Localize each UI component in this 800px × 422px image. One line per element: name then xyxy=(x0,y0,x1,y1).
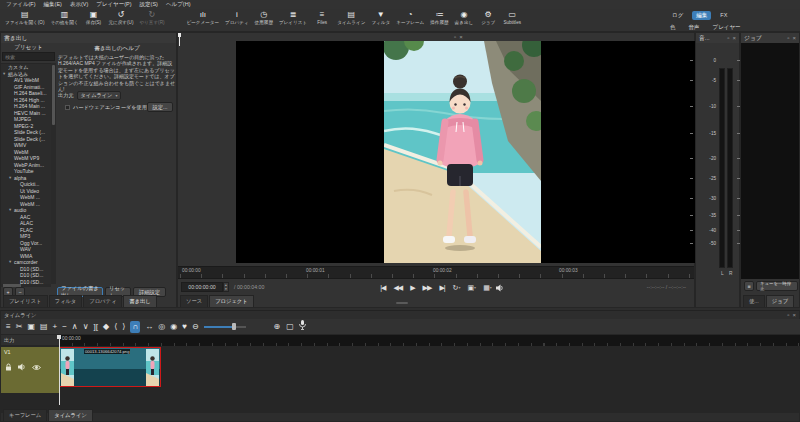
timeline-tool-button[interactable]: ⟨ xyxy=(114,321,117,333)
timeline-tool-button[interactable]: ▣ xyxy=(27,321,35,333)
transport-button[interactable]: ▶ xyxy=(410,284,415,292)
timeline-tool-button[interactable]: ✂ xyxy=(16,321,23,333)
timeline-tool-button[interactable]: ∨ xyxy=(83,321,89,333)
timeline-ruler[interactable]: 00:00:00 xyxy=(59,335,800,346)
slider-handle[interactable] xyxy=(232,323,236,330)
float-icon[interactable]: ▫ xyxy=(787,35,789,41)
toolbar-button[interactable]: ≔ 操作履歴 xyxy=(427,10,451,26)
hide-icon[interactable] xyxy=(32,364,41,371)
toolbar-button[interactable]: ▤ ファイルを開く(O) xyxy=(2,10,47,26)
timeline-zoom-slider[interactable] xyxy=(204,323,246,330)
timeline-tool-button[interactable]: ∩ xyxy=(130,321,140,333)
pause-queue-button[interactable]: キューを一時停止 xyxy=(756,281,798,291)
transport-button[interactable]: ▶▶ xyxy=(423,284,433,292)
player-scrubber[interactable]: 00:00:0000:00:0100:00:0200:00:03 xyxy=(178,266,694,279)
jobs-menu-button[interactable]: ≡ xyxy=(744,281,754,291)
timeline-tool-button[interactable]: ▢ xyxy=(286,321,294,333)
record-voiceover-button[interactable] xyxy=(299,320,306,334)
player-playhead[interactable] xyxy=(179,33,180,46)
volume-button[interactable] xyxy=(496,284,504,292)
mode-button[interactable]: プレイヤー xyxy=(709,23,745,32)
close-icon[interactable]: × xyxy=(792,312,796,318)
toolbar-button[interactable]: ↺ 元に戻す(U) xyxy=(105,10,136,26)
master-track-header[interactable]: 出力 xyxy=(1,335,59,346)
float-icon[interactable]: ▫ xyxy=(727,35,729,41)
timeline-tool-button[interactable]: ∧ xyxy=(72,321,78,333)
timeline-tool-button[interactable]: ⊕ xyxy=(274,321,281,333)
dock-tab[interactable]: ソース xyxy=(180,295,208,307)
mode-button[interactable]: 編集 xyxy=(692,11,711,20)
toolbar-button[interactable]: ▣ 保存(S) xyxy=(81,10,105,26)
playhead-grip[interactable] xyxy=(178,33,181,37)
mode-button[interactable]: 音声 xyxy=(685,23,704,32)
menu-item[interactable]: プレイヤー(P) xyxy=(92,1,135,8)
transport-button[interactable]: |◀ xyxy=(380,284,386,292)
mode-button[interactable]: 色 xyxy=(666,23,680,32)
timeline-tool-button[interactable]: + xyxy=(53,321,58,333)
chevron-down-icon[interactable]: ▾ xyxy=(490,285,492,290)
mode-button[interactable]: FX xyxy=(716,11,731,20)
toolbar-button[interactable]: ▭ Subtitles xyxy=(500,10,524,26)
toolbar-button[interactable]: ▼ フィルタ xyxy=(368,10,393,26)
hw-encoder-checkbox[interactable] xyxy=(65,105,70,110)
toolbar-button[interactable]: ◷ 使用履歴 xyxy=(252,10,276,26)
timeline-playhead[interactable] xyxy=(59,335,60,405)
close-icon[interactable]: × xyxy=(732,35,736,41)
timeline-tool-button[interactable]: − xyxy=(62,321,67,333)
preset-scrollbar-vertical[interactable] xyxy=(51,63,56,284)
toolbar-button[interactable]: ↻ やり直す(R) xyxy=(136,10,167,26)
timeline-clip[interactable]: 00013-1306642074.png xyxy=(59,347,161,387)
menu-item[interactable]: ヘルプ(H) xyxy=(162,1,195,8)
close-icon[interactable]: × xyxy=(459,34,463,40)
timeline-tool-button[interactable]: ▤ xyxy=(40,321,48,333)
dock-tab[interactable]: 使... xyxy=(743,295,765,307)
transport-button[interactable]: ▣ ▾ xyxy=(467,284,476,292)
close-icon[interactable]: × xyxy=(792,35,796,41)
mute-icon[interactable] xyxy=(18,363,26,371)
timeline-tool-button[interactable]: ◆ xyxy=(103,321,109,333)
toolbar-button[interactable]: ▥ その他を開く xyxy=(47,10,81,26)
chevron-down-icon[interactable]: ▾ xyxy=(474,285,476,290)
timeline-tool-button[interactable]: ][ xyxy=(94,321,98,333)
splitter-handle[interactable] xyxy=(396,302,408,304)
dock-tab[interactable]: 書き出し xyxy=(123,295,156,307)
toolbar-button[interactable]: ılı ピークメーター xyxy=(183,10,222,26)
toolbar-button[interactable]: i プロパティ xyxy=(222,10,252,26)
chevron-down-icon[interactable]: ▾ xyxy=(458,285,460,290)
transport-button[interactable]: ◀◀ xyxy=(393,284,403,292)
dock-tab[interactable]: タイムライン xyxy=(48,409,93,421)
float-icon[interactable]: ▫ xyxy=(454,34,456,40)
transport-button[interactable]: ▶| xyxy=(439,284,445,292)
timeline-playhead-grip[interactable] xyxy=(57,335,61,339)
dock-tab[interactable]: プレイリスト xyxy=(3,295,48,307)
dock-tab[interactable]: プロジェクト xyxy=(209,295,254,307)
toolbar-button[interactable]: ◉ 書き出し xyxy=(452,10,477,26)
dock-tab[interactable]: ジョブ xyxy=(766,295,794,307)
hw-settings-button[interactable]: 設定... xyxy=(147,102,173,112)
dock-tab[interactable]: プロパティ xyxy=(83,295,122,307)
jobs-list[interactable] xyxy=(741,43,799,279)
menu-item[interactable]: 設定(S) xyxy=(136,1,162,8)
menu-item[interactable]: 表示(V) xyxy=(66,1,92,8)
timeline-tool-button[interactable]: ≡ xyxy=(6,321,11,333)
transport-button[interactable]: ▦ ▾ xyxy=(483,284,492,292)
from-select[interactable]: タイムライン ▾ xyxy=(77,91,122,100)
track-header-v1[interactable]: V1 xyxy=(1,347,59,393)
toolbar-button[interactable]: ◔ キーフレーム xyxy=(393,10,427,26)
toolbar-button[interactable]: ⚙ ジョブ xyxy=(476,10,500,26)
timeline-tool-button[interactable]: ◉ xyxy=(170,321,177,333)
timeline-tool-button[interactable]: ↔ xyxy=(145,321,153,333)
toolbar-button[interactable]: ≡ Files xyxy=(310,10,334,26)
dock-tab[interactable]: フィルタ xyxy=(49,295,83,307)
transport-button[interactable]: ↻ ▾ xyxy=(453,284,461,292)
lock-icon[interactable] xyxy=(5,363,12,371)
menu-item[interactable]: 編集(E) xyxy=(40,1,66,8)
toolbar-button[interactable]: ▤ タイムライン xyxy=(334,10,368,26)
mode-button[interactable]: ログ xyxy=(668,11,687,20)
preset-search-input[interactable] xyxy=(2,52,55,61)
float-icon[interactable]: ▫ xyxy=(787,312,789,318)
timeline-tool-button[interactable]: ◎ xyxy=(158,321,165,333)
scrollbar-thumb[interactable] xyxy=(52,65,55,125)
toolbar-button[interactable]: ≣ プレイリスト xyxy=(276,10,310,26)
timeline-tool-button[interactable]: ⟩ xyxy=(122,321,125,333)
